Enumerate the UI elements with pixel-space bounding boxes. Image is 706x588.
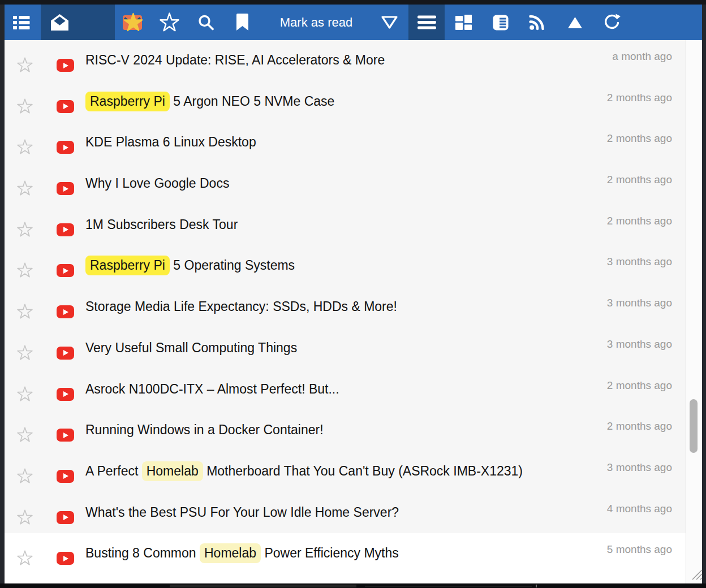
list-item[interactable]: RISC-V 2024 Update: RISE, AI Accelerator… bbox=[5, 40, 686, 81]
list-item[interactable]: Very Useful Small Computing Things 3 mon… bbox=[5, 328, 686, 369]
star-toggle-icon[interactable] bbox=[17, 304, 33, 319]
star-toggle-icon[interactable] bbox=[17, 427, 33, 443]
play-glyph bbox=[63, 63, 68, 68]
list-item[interactable]: 1M Subscribers Desk Tour 2 months ago bbox=[5, 205, 686, 246]
play-glyph bbox=[63, 309, 68, 315]
refresh-button[interactable] bbox=[595, 5, 628, 40]
youtube-icon bbox=[57, 347, 74, 360]
play-glyph bbox=[63, 350, 68, 356]
play-glyph bbox=[63, 433, 68, 438]
star-toggle-icon[interactable] bbox=[17, 262, 33, 278]
title-text: Power Efficiency Myths bbox=[261, 546, 399, 560]
bookmark-button[interactable] bbox=[225, 5, 259, 40]
item-title: 1M Subscribers Desk Tour bbox=[85, 217, 238, 232]
window-frame-top bbox=[0, 0, 706, 5]
resize-grip[interactable] bbox=[687, 566, 703, 582]
item-timestamp: 2 months ago bbox=[607, 132, 672, 145]
item-timestamp: a month ago bbox=[612, 50, 672, 63]
item-title: A Perfect Homelab Motherboard That You C… bbox=[85, 463, 523, 479]
star-toggle-icon[interactable] bbox=[17, 550, 33, 566]
title-text: KDE Plasma 6 Linux Desktop bbox=[85, 135, 256, 149]
item-title: Very Useful Small Computing Things bbox=[85, 340, 297, 356]
star-toggle-icon[interactable] bbox=[17, 98, 33, 114]
item-timestamp: 3 months ago bbox=[607, 297, 672, 309]
item-timestamp: 3 months ago bbox=[607, 338, 672, 351]
layout-button[interactable] bbox=[446, 5, 480, 40]
youtube-icon bbox=[57, 59, 74, 72]
background-window-artifact bbox=[170, 585, 356, 587]
background-window-artifact bbox=[365, 586, 532, 587]
filter-button[interactable] bbox=[372, 5, 406, 40]
envelope-toggle-group bbox=[41, 5, 115, 40]
star-toggle-icon[interactable] bbox=[17, 345, 33, 361]
star-outline-icon bbox=[160, 12, 179, 32]
item-timestamp: 5 months ago bbox=[607, 543, 672, 556]
play-glyph bbox=[63, 556, 68, 561]
list-item[interactable]: What's the Best PSU For Your Low Idle Ho… bbox=[5, 492, 686, 534]
star-toggle-icon[interactable] bbox=[17, 180, 33, 196]
background-window-artifact bbox=[536, 585, 537, 587]
title-text: Why I Love Google Docs bbox=[85, 176, 229, 191]
mark-as-read-button[interactable]: Mark as read bbox=[264, 5, 369, 40]
list-item[interactable]: Storage Media Life Expectancy: SSDs, HDD… bbox=[5, 287, 686, 328]
bookmark-icon bbox=[235, 14, 249, 31]
list-item[interactable]: A Perfect Homelab Motherboard That You C… bbox=[5, 451, 686, 492]
title-text: 5 Operating Systems bbox=[170, 258, 295, 273]
list-item[interactable]: Asrock N100DC-ITX – Almost Perfect! But.… bbox=[5, 369, 686, 410]
star-toggle-icon[interactable] bbox=[17, 139, 33, 155]
filter-icon bbox=[381, 15, 398, 29]
title-text: A Perfect bbox=[85, 464, 142, 478]
item-timestamp: 2 months ago bbox=[607, 379, 672, 392]
youtube-icon bbox=[57, 264, 74, 277]
menu-button[interactable] bbox=[408, 5, 445, 40]
title-text: Running Windows in a Docker Container! bbox=[85, 422, 324, 437]
star-toggle-icon[interactable] bbox=[17, 57, 33, 73]
star-toggle-icon[interactable] bbox=[17, 222, 33, 237]
list-item[interactable]: Running Windows in a Docker Container! 2… bbox=[5, 410, 686, 451]
title-text: RISC-V 2024 Update: RISE, AI Accelerator… bbox=[85, 53, 385, 67]
starred-filter-button[interactable] bbox=[116, 5, 150, 40]
list-item[interactable]: Busting 8 Common Homelab Power Efficienc… bbox=[5, 533, 686, 574]
list-item[interactable]: Raspberry Pi 5 Argon NEO 5 NVMe Case 2 m… bbox=[5, 81, 686, 123]
article-list-button[interactable] bbox=[5, 5, 38, 40]
item-title: Asrock N100DC-ITX – Almost Perfect! But.… bbox=[85, 381, 339, 397]
item-title: Why I Love Google Docs bbox=[85, 175, 229, 191]
article-list-icon bbox=[13, 15, 30, 30]
list-item[interactable]: KDE Plasma 6 Linux Desktop 2 months ago bbox=[5, 122, 686, 163]
item-title: Raspberry Pi 5 Operating Systems bbox=[85, 257, 295, 273]
search-button[interactable] bbox=[189, 5, 223, 40]
rss-button[interactable] bbox=[520, 5, 554, 40]
refresh-icon bbox=[603, 14, 621, 31]
mark-as-read-label: Mark as read bbox=[280, 15, 352, 30]
star-toggle-icon[interactable] bbox=[17, 509, 33, 525]
title-text: Very Useful Small Computing Things bbox=[85, 340, 297, 355]
item-timestamp: 3 months ago bbox=[607, 461, 672, 474]
star-toggle-icon[interactable] bbox=[17, 468, 33, 484]
title-highlight: Raspberry Pi bbox=[85, 256, 170, 275]
scroll-up-button[interactable] bbox=[558, 5, 592, 40]
reader-view-button[interactable] bbox=[484, 5, 518, 40]
list-item[interactable]: Why I Love Google Docs 2 months ago bbox=[5, 163, 686, 205]
toolbar: Mark as read bbox=[5, 5, 702, 40]
title-text: 1M Subscribers Desk Tour bbox=[85, 217, 238, 232]
item-title: Storage Media Life Expectancy: SSDs, HDD… bbox=[85, 299, 397, 314]
star-article-button[interactable] bbox=[152, 5, 186, 40]
youtube-icon bbox=[57, 100, 74, 113]
list-item[interactable]: Raspberry Pi 5 Operating Systems 3 month… bbox=[5, 245, 686, 287]
star-toggle-icon[interactable] bbox=[17, 386, 33, 402]
title-highlight: Raspberry Pi bbox=[85, 92, 170, 111]
title-text: Asrock N100DC-ITX – Almost Perfect! But.… bbox=[85, 382, 339, 396]
rss-icon bbox=[529, 14, 546, 31]
mark-unread-button[interactable] bbox=[42, 5, 78, 40]
scroll-up-icon bbox=[567, 16, 583, 29]
youtube-icon bbox=[57, 141, 74, 154]
scrollbar-thumb[interactable] bbox=[690, 399, 698, 453]
article-list: RISC-V 2024 Update: RISE, AI Accelerator… bbox=[5, 40, 686, 583]
item-timestamp: 2 months ago bbox=[607, 215, 672, 227]
title-text: Busting 8 Common bbox=[85, 546, 200, 560]
item-title: KDE Plasma 6 Linux Desktop bbox=[85, 134, 256, 150]
item-title: Raspberry Pi 5 Argon NEO 5 NVMe Case bbox=[85, 93, 334, 109]
title-text: What's the Best PSU For Your Low Idle Ho… bbox=[85, 505, 399, 520]
background-window-strip bbox=[0, 583, 706, 588]
scrollbar-track[interactable] bbox=[686, 40, 702, 583]
